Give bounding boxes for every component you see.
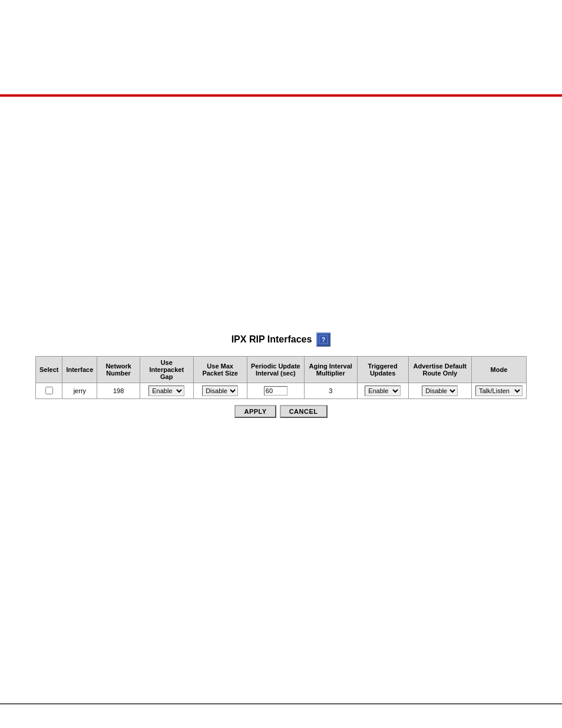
bottom-divider-bar bbox=[0, 703, 562, 704]
help-icon-svg: ? bbox=[319, 335, 328, 344]
page-title-text: IPX RIP Interfaces bbox=[232, 334, 312, 345]
col-header-mode: Mode bbox=[471, 357, 526, 383]
row-use-interpacket-gap-select[interactable]: EnableDisable bbox=[148, 386, 184, 396]
row-interface: jerry bbox=[62, 383, 97, 399]
row-select-checkbox[interactable] bbox=[45, 387, 53, 394]
col-header-use-interpacket-gap: Use Interpacket Gap bbox=[140, 357, 193, 383]
row-aging-interval-multiplier: 3 bbox=[304, 383, 357, 399]
col-header-use-max-packet-size: Use Max Packet Size bbox=[193, 357, 247, 383]
col-header-select: Select bbox=[36, 357, 62, 383]
table-header-row: Select Interface Network Number Use Inte… bbox=[36, 357, 527, 383]
row-use-max-packet-size-select[interactable]: EnableDisable bbox=[202, 386, 238, 396]
row-periodic-update-interval-input[interactable] bbox=[264, 386, 287, 396]
row-triggered-updates-select[interactable]: EnableDisable bbox=[365, 386, 401, 396]
help-icon[interactable]: ? bbox=[316, 332, 330, 347]
col-header-advertise-default-route-only: Advertise Default Route Only bbox=[408, 357, 471, 383]
table-body: jerry198EnableDisableEnableDisable3Enabl… bbox=[36, 383, 527, 399]
table-row: jerry198EnableDisableEnableDisable3Enabl… bbox=[36, 383, 527, 399]
rip-interfaces-table: Select Interface Network Number Use Inte… bbox=[35, 356, 527, 399]
apply-button[interactable]: APPLY bbox=[234, 405, 276, 418]
main-content: IPX RIP Interfaces ? Select Interface Ne… bbox=[0, 321, 562, 430]
row-advertise-default-route-only-select[interactable]: EnableDisable bbox=[422, 386, 458, 396]
row-mode-select[interactable]: Talk/ListenTalk OnlyListen Only bbox=[475, 386, 523, 396]
col-header-triggered-updates: Triggered Updates bbox=[357, 357, 408, 383]
col-header-interface: Interface bbox=[62, 357, 97, 383]
button-row: APPLY CANCEL bbox=[35, 405, 527, 418]
page-title-section: IPX RIP Interfaces ? bbox=[35, 332, 527, 347]
col-header-aging-interval-multiplier: Aging Interval Multiplier bbox=[304, 357, 357, 383]
col-header-network-number: Network Number bbox=[97, 357, 140, 383]
col-header-periodic-update-interval: Periodic Update Interval (sec) bbox=[247, 357, 304, 383]
red-divider-bar bbox=[0, 94, 562, 97]
cancel-button[interactable]: CANCEL bbox=[280, 405, 328, 418]
row-network-number: 198 bbox=[97, 383, 140, 399]
svg-text:?: ? bbox=[322, 337, 325, 343]
